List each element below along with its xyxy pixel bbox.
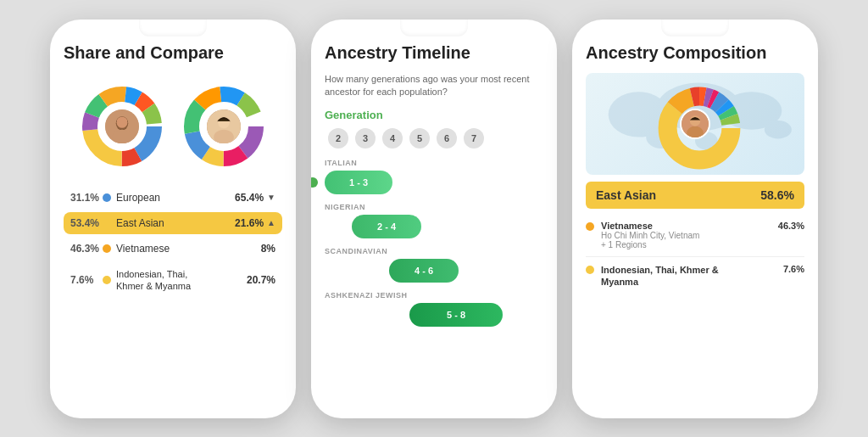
phone2-screen: Ancestry Timeline How many generations a… (311, 20, 557, 418)
stat-row-vietnamese[interactable]: 46.3% Vietnamese 8% (64, 238, 282, 260)
app-container: Share and Compare (0, 0, 868, 437)
donut-right (177, 80, 270, 173)
svg-point-23 (214, 129, 234, 144)
tl-bar-wrap-scandinavian: 4 - 6 (325, 259, 543, 283)
gen-num-5: 5 (409, 128, 430, 148)
comp-info-indonesian: Indonesian, Thai, Khmer &Myanma (601, 264, 776, 289)
tl-label-italian: ITALIAN (325, 159, 543, 167)
avatar-1 (103, 108, 141, 145)
stat-right-indonesian: 20.7% (247, 274, 275, 286)
tl-range-italian: 1 - 3 (349, 177, 368, 188)
stat-right-eastasian: 21.6% ▲ (235, 217, 275, 229)
stat-pct-eastasian: 21.6% (235, 217, 264, 229)
generation-numbers: 2 3 4 5 6 7 (325, 128, 543, 148)
donut-left (75, 80, 169, 173)
stat-row-european[interactable]: 31.1% European 65.4% ▼ (64, 187, 282, 209)
gen-num-7: 7 (464, 128, 484, 148)
tl-bar-wrap-italian: 1 - 3 (325, 171, 543, 194)
stat-pct-indonesian: 20.7% (247, 274, 275, 286)
stat-dot-indonesian (103, 276, 111, 284)
gen-num-2: 2 (328, 128, 348, 148)
stat-label-eastasian: East Asian (116, 217, 235, 229)
generation-label: Generation (325, 109, 543, 121)
comp-detail-vietnamese[interactable]: Vietnamese Ho Chi Minh City, Vietnam+ 1 … (586, 217, 804, 253)
timeline-item-nigerian: NIGERIAN 2 - 4 (325, 203, 543, 238)
stat-right-european: 65.4% ▼ (235, 192, 275, 204)
svg-point-42 (687, 126, 704, 138)
sidebar-marker-italian (311, 177, 318, 188)
comp-dot-indonesian (586, 266, 594, 274)
phone-notch-3 (661, 20, 729, 36)
tl-label-scandinavian: SCANDINAVIAN (325, 247, 543, 255)
phone3-screen: Ancestry Composition (572, 20, 818, 418)
stat-right-vietnamese: 8% (261, 243, 275, 255)
timeline-item-ashkenazi: ASHKENAZI JEWISH 5 - 8 (325, 291, 543, 327)
comp-info-vietnamese: Vietnamese Ho Chi Minh City, Vietnam+ 1 … (601, 221, 771, 249)
stat-label-european: European (116, 192, 235, 204)
comp-highlight-label: East Asian (596, 188, 656, 202)
stat-label-indonesian: Indonesian, Thai,Khmer & Myanma (116, 268, 247, 293)
phone-composition: Ancestry Composition (572, 20, 818, 418)
phone1-screen: Share and Compare (50, 20, 296, 418)
phone1-title: Share and Compare (64, 43, 282, 63)
tl-label-nigerian: NIGERIAN (325, 203, 543, 211)
timeline-subtitle: How many generations ago was your most r… (325, 73, 543, 99)
stat-row-eastasian[interactable]: 53.4% East Asian 21.6% ▲ (64, 212, 282, 234)
tl-bar-ashkenazi: 5 - 8 (409, 303, 503, 327)
phone2-title: Ancestry Timeline (325, 43, 543, 63)
stat-left-vietnamese: 46.3% (70, 243, 103, 255)
svg-point-30 (765, 120, 792, 138)
stats-list: 31.1% European 65.4% ▼ 53.4% East Asian … (64, 187, 282, 405)
tl-range-scandinavian: 4 - 6 (415, 266, 433, 276)
tl-bar-wrap-nigerian: 2 - 4 (325, 215, 543, 238)
donut-composition (653, 81, 737, 166)
timeline-item-italian: ITALIAN 1 - 3 (325, 159, 543, 194)
comp-label-vietnamese: Vietnamese (601, 221, 771, 231)
chevron-up-icon: ▲ (267, 218, 275, 227)
stat-label-vietnamese: Vietnamese (116, 243, 261, 255)
comp-label-indonesian: Indonesian, Thai, Khmer &Myanma (601, 264, 776, 289)
gen-num-6: 6 (437, 128, 457, 148)
comp-pct-vietnamese: 46.3% (778, 221, 804, 231)
chevron-down-icon: ▼ (267, 193, 275, 202)
phone-share-compare: Share and Compare (50, 20, 296, 418)
comp-dot-vietnamese (586, 222, 594, 231)
stat-left-european: 31.1% (70, 192, 103, 204)
stat-pct-european: 65.4% (235, 192, 264, 204)
composition-map (586, 73, 804, 175)
comp-divider (586, 256, 804, 257)
stat-pct-vietnamese: 8% (261, 243, 275, 255)
tl-bar-wrap-ashkenazi: 5 - 8 (325, 303, 543, 327)
avatar-2 (205, 108, 242, 145)
stat-left-eastasian: 53.4% (70, 217, 103, 229)
timeline-items: ITALIAN 1 - 3 NIGERIAN 2 - 4 (325, 159, 543, 327)
stat-left-indonesian: 7.6% (70, 274, 103, 286)
comp-sub-vietnamese: Ho Chi Minh City, Vietnam+ 1 Regions (601, 231, 771, 249)
tl-label-ashkenazi: ASHKENAZI JEWISH (325, 291, 543, 300)
tl-range-nigerian: 2 - 4 (377, 221, 396, 232)
phone3-title: Ancestry Composition (586, 43, 804, 63)
comp-pct-indonesian: 7.6% (783, 264, 804, 274)
stat-dot-vietnamese (103, 244, 111, 253)
stat-dot-eastasian (103, 219, 111, 227)
phone-timeline: Ancestry Timeline How many generations a… (311, 20, 557, 418)
timeline-item-scandinavian: SCANDINAVIAN 4 - 6 (325, 247, 543, 283)
donut-row-1 (64, 80, 282, 173)
stat-row-indonesian[interactable]: 7.6% Indonesian, Thai,Khmer & Myanma 20.… (64, 263, 282, 298)
tl-bar-scandinavian: 4 - 6 (389, 259, 459, 283)
svg-point-11 (112, 129, 132, 144)
phone-notch-1 (139, 20, 207, 36)
comp-detail-indonesian[interactable]: Indonesian, Thai, Khmer &Myanma 7.6% (586, 261, 804, 292)
tl-bar-italian: 1 - 3 (325, 171, 392, 194)
gen-num-3: 3 (355, 128, 376, 148)
tl-range-ashkenazi: 5 - 8 (447, 310, 465, 320)
svg-point-13 (117, 116, 128, 126)
comp-highlight-pct: 58.6% (760, 188, 794, 202)
tl-bar-nigerian: 2 - 4 (352, 215, 421, 238)
stat-dot-european (103, 193, 111, 202)
phone-notch-2 (400, 20, 468, 36)
gen-num-4: 4 (382, 128, 403, 148)
composition-highlight: East Asian 58.6% (586, 182, 804, 209)
avatar-composition (680, 109, 710, 139)
